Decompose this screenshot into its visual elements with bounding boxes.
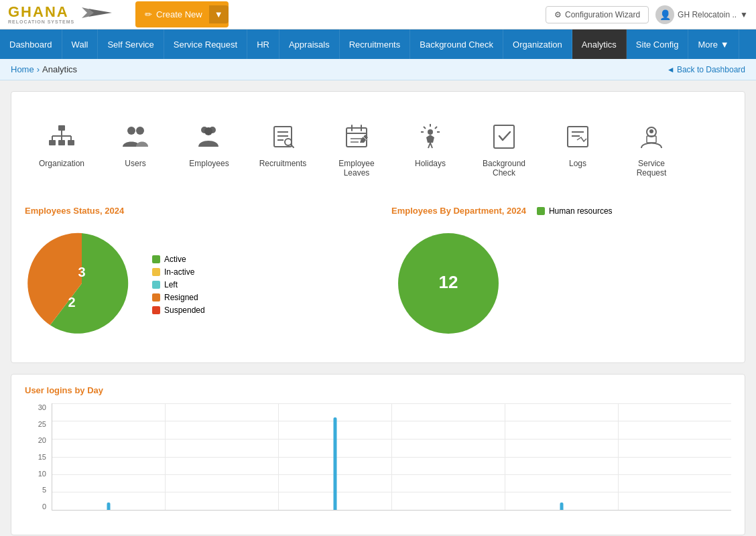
legend-left-label: Left (164, 280, 178, 289)
nav-dashboard[interactable]: Dashboard (0, 29, 62, 59)
y-label-5: 5 (25, 486, 46, 494)
svg-point-31 (428, 129, 433, 135)
background-check-label: BackgroundCheck (483, 159, 525, 178)
analytics-icon-organization[interactable]: Organization (25, 112, 99, 186)
bar-end (560, 503, 564, 510)
charts-row: Employees Status, 2024 3 2 (25, 199, 731, 349)
svg-point-17 (204, 127, 212, 135)
bar-chart-container: 30 25 20 15 10 5 0 (25, 403, 731, 524)
create-new-label: Create New (156, 9, 202, 19)
organization-icon (45, 120, 78, 153)
svg-line-33 (424, 127, 426, 129)
svg-rect-39 (494, 125, 514, 148)
legend-inactive: In-active (152, 267, 205, 277)
nav-recruitments[interactable]: Recruitments (340, 29, 411, 59)
legend-inactive-dot (152, 268, 160, 276)
employees-icon (192, 120, 226, 153)
create-new-dropdown-arrow[interactable]: ▼ (209, 5, 229, 23)
nav-service-request[interactable]: Service Request (164, 29, 247, 59)
user-logins-card: User logins by Day 30 25 20 15 10 5 0 (11, 374, 745, 535)
y-label-0: 0 (25, 503, 46, 511)
breadcrumb-bar: Home › Analytics ◄ Back to Dashboard (0, 59, 756, 80)
svg-text:12: 12 (439, 272, 458, 292)
employee-leaves-label: EmployeeLeaves (338, 159, 374, 178)
bar-spike (334, 417, 337, 510)
nav-self-service[interactable]: Self Service (98, 29, 164, 59)
nav-more[interactable]: More ▼ (688, 29, 739, 59)
nav-appraisals[interactable]: Appraisals (279, 29, 340, 59)
analytics-icon-service-request[interactable]: ServiceRequest (615, 112, 688, 186)
main-navigation: Dashboard Wall Self Service Service Requ… (0, 29, 756, 59)
svg-rect-5 (49, 140, 56, 145)
legend-left-dot (152, 281, 160, 289)
svg-text:GHANA: GHANA (8, 3, 69, 20)
employee-status-chart-title: Employees Status, 2024 (25, 206, 365, 216)
employees-label: Employees (189, 159, 229, 168)
y-label-25: 25 (25, 420, 46, 428)
breadcrumb-separator: › (37, 64, 40, 74)
nav-organization[interactable]: Organization (503, 29, 572, 59)
analytics-icon-employees[interactable]: Employees (172, 112, 246, 186)
analytics-icon-recruitments[interactable]: Recruitments (246, 112, 320, 186)
analytics-icon-logs[interactable]: Logs (541, 112, 615, 186)
bar-section-3 (279, 403, 392, 510)
logo: GHANA RELOCATION SYSTEMS (8, 2, 122, 27)
configuration-wizard-button[interactable]: ⚙ Configuration Wizard (546, 6, 649, 23)
pencil-icon: ✏ (145, 9, 152, 19)
svg-text:2: 2 (68, 295, 75, 310)
dept-chart-title: Employees By Department, 2024 (391, 206, 526, 216)
y-label-30: 30 (25, 403, 46, 411)
analytics-icon-holidays[interactable]: Holidays (393, 112, 467, 186)
bar-section-1 (52, 403, 166, 510)
svg-point-44 (649, 129, 653, 133)
users-icon (119, 120, 152, 153)
svg-rect-4 (58, 125, 65, 131)
breadcrumb-current: Analytics (42, 64, 77, 74)
background-check-icon (487, 120, 521, 153)
recruitments-label: Recruitments (259, 159, 307, 168)
analytics-icon-employee-leaves[interactable]: EmployeeLeaves (320, 112, 393, 186)
service-request-icon (635, 120, 668, 153)
legend-suspended-label: Suspended (164, 306, 205, 315)
analytics-icon-users[interactable]: Users (99, 112, 172, 186)
breadcrumb: Home › Analytics (11, 64, 77, 74)
recruitments-icon (266, 120, 300, 153)
employee-status-pie: 3 2 (25, 226, 139, 342)
nav-background-check[interactable]: Background Check (410, 29, 503, 59)
create-new-button[interactable]: ✏ Create New ▼ (135, 1, 229, 27)
employee-status-legend: Active In-active Left Resigned (152, 255, 205, 315)
user-logins-chart-title: User logins by Day (25, 385, 731, 395)
back-to-dashboard-link[interactable]: ◄ Back to Dashboard (667, 65, 745, 74)
nav-site-config[interactable]: Site Config (627, 29, 689, 59)
breadcrumb-home[interactable]: Home (11, 64, 34, 74)
y-label-20: 20 (25, 436, 46, 444)
legend-suspended-dot (152, 306, 160, 314)
legend-resigned-dot (152, 293, 160, 302)
legend-resigned-label: Resigned (164, 293, 198, 302)
svg-rect-7 (68, 140, 74, 145)
user-name: GH Relocatoin .. (678, 10, 737, 19)
legend-active-label: Active (164, 255, 186, 264)
holidays-label: Holidays (415, 159, 446, 168)
legend-active: Active (152, 255, 205, 264)
analytics-icon-background-check[interactable]: BackgroundCheck (467, 112, 541, 186)
y-label-15: 15 (25, 453, 46, 461)
bar-section-5 (505, 403, 619, 510)
nav-hr[interactable]: HR (247, 29, 279, 59)
organization-label: Organization (39, 159, 84, 168)
user-dropdown-arrow: ▼ (740, 10, 748, 19)
bar-1 (107, 503, 111, 510)
user-menu[interactable]: 👤 GH Relocatoin .. ▼ (655, 5, 748, 24)
svg-text:RELOCATION SYSTEMS: RELOCATION SYSTEMS (8, 19, 74, 23)
svg-rect-6 (58, 140, 65, 145)
nav-analytics[interactable]: Analytics (572, 29, 627, 59)
analytics-icon-grid: Organization Users (25, 105, 731, 199)
bar-section-2 (166, 403, 279, 510)
analytics-card: Organization Users (11, 91, 745, 363)
dept-pie: 12 (391, 226, 731, 342)
dept-legend-label: Human resources (549, 206, 613, 216)
users-label: Users (125, 159, 145, 168)
svg-line-38 (430, 143, 432, 148)
nav-wall[interactable]: Wall (62, 29, 99, 59)
logs-label: Logs (569, 159, 586, 168)
